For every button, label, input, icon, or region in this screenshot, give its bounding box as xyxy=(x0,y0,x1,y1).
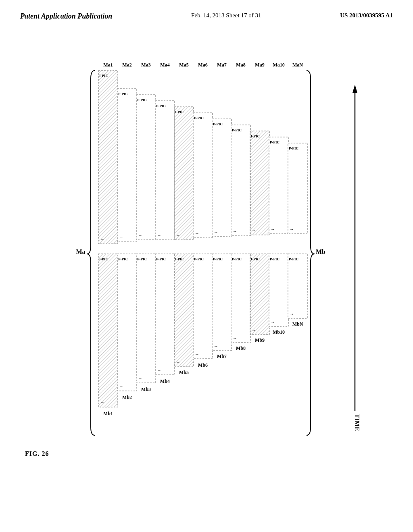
svg-rect-36 xyxy=(155,254,175,375)
diagram-svg: TIME Ma Mb Ma1 I-PIC → I-PIC → Mb1 Ma2 P… xyxy=(24,48,375,504)
publication-title: Patent Application Publication xyxy=(20,12,112,21)
svg-text:TIME: TIME xyxy=(354,414,361,431)
svg-rect-70 xyxy=(231,254,250,343)
svg-text:Ma7: Ma7 xyxy=(217,62,226,68)
svg-text:Mb8: Mb8 xyxy=(236,345,246,351)
svg-text:Mb9: Mb9 xyxy=(255,337,265,343)
svg-text:→: → xyxy=(290,312,294,316)
svg-rect-51 xyxy=(193,113,213,238)
svg-text:Ma5: Ma5 xyxy=(179,62,188,68)
svg-text:Ma2: Ma2 xyxy=(122,62,131,68)
svg-text:Ma3: Ma3 xyxy=(141,62,150,68)
svg-text:P-PIC: P-PIC xyxy=(232,128,242,132)
svg-text:Mb7: Mb7 xyxy=(217,353,227,359)
svg-text:Mb3: Mb3 xyxy=(141,387,151,392)
publication-date-sheet: Feb. 14, 2013 Sheet 17 of 31 xyxy=(191,12,261,19)
svg-rect-17 xyxy=(117,89,137,242)
svg-marker-2 xyxy=(353,85,357,93)
svg-text:P-PIC: P-PIC xyxy=(194,257,204,261)
svg-rect-42 xyxy=(174,107,194,240)
svg-text:I-PIC: I-PIC xyxy=(251,134,260,138)
svg-rect-12 xyxy=(98,254,118,407)
publication-number: US 2013/0039595 A1 xyxy=(340,12,393,19)
svg-rect-93 xyxy=(288,143,307,234)
svg-text:→: → xyxy=(271,320,275,324)
svg-text:→: → xyxy=(214,344,218,349)
svg-text:→: → xyxy=(157,233,161,238)
svg-text:→: → xyxy=(214,230,218,235)
svg-text:I-PIC: I-PIC xyxy=(99,74,108,78)
svg-text:Ma10: Ma10 xyxy=(273,62,284,68)
svg-text:Mb10: Mb10 xyxy=(273,329,285,335)
svg-text:P-PIC: P-PIC xyxy=(270,140,280,144)
svg-text:Ma9: Ma9 xyxy=(255,62,264,68)
svg-text:P-PIC: P-PIC xyxy=(213,122,223,126)
svg-rect-46 xyxy=(174,254,194,367)
svg-text:Mb: Mb xyxy=(316,248,325,255)
svg-text:→: → xyxy=(119,235,123,239)
svg-rect-54 xyxy=(193,254,213,359)
svg-text:Ma1: Ma1 xyxy=(103,62,113,68)
svg-text:Mb5: Mb5 xyxy=(179,370,189,375)
svg-text:Mb2: Mb2 xyxy=(122,395,132,400)
svg-text:→: → xyxy=(195,231,199,236)
svg-text:→: → xyxy=(100,237,104,242)
svg-text:P-PIC: P-PIC xyxy=(137,257,147,261)
svg-rect-28 xyxy=(136,254,156,383)
svg-text:→: → xyxy=(176,233,180,238)
svg-text:I-PIC: I-PIC xyxy=(99,257,108,261)
svg-text:P-PIC: P-PIC xyxy=(156,104,166,108)
svg-text:→: → xyxy=(100,400,104,405)
svg-text:P-PIC: P-PIC xyxy=(289,257,298,261)
svg-text:Ma4: Ma4 xyxy=(160,62,169,68)
svg-rect-62 xyxy=(212,254,232,351)
svg-text:→: → xyxy=(138,233,142,238)
svg-text:Mb1: Mb1 xyxy=(103,411,113,416)
svg-rect-33 xyxy=(155,101,175,240)
svg-text:Mb4: Mb4 xyxy=(160,378,170,384)
svg-text:Ma6: Ma6 xyxy=(198,62,207,68)
svg-text:→: → xyxy=(233,229,237,234)
svg-rect-80 xyxy=(250,254,269,335)
svg-text:P-PIC: P-PIC xyxy=(194,116,204,120)
svg-text:P-PIC: P-PIC xyxy=(137,98,147,102)
svg-rect-76 xyxy=(250,131,269,235)
svg-text:P-PIC: P-PIC xyxy=(270,257,280,261)
svg-rect-59 xyxy=(212,119,232,237)
svg-text:→: → xyxy=(138,376,142,381)
svg-text:Ma: Ma xyxy=(76,248,85,255)
svg-text:P-PIC: P-PIC xyxy=(232,257,242,261)
svg-text:P-PIC: P-PIC xyxy=(289,146,298,150)
svg-text:→: → xyxy=(176,360,180,365)
svg-text:→: → xyxy=(252,328,256,332)
svg-text:P-PIC: P-PIC xyxy=(213,257,223,261)
svg-rect-85 xyxy=(269,137,288,234)
page-header: Patent Application Publication Feb. 14, … xyxy=(0,0,413,25)
svg-text:→: → xyxy=(252,228,256,233)
svg-text:→: → xyxy=(195,352,199,357)
svg-text:P-PIC: P-PIC xyxy=(156,257,166,261)
svg-text:MaN: MaN xyxy=(292,62,303,68)
svg-text:MbN: MbN xyxy=(292,321,303,327)
svg-text:→: → xyxy=(233,336,237,341)
svg-rect-25 xyxy=(136,95,156,240)
svg-text:→: → xyxy=(290,227,294,232)
svg-text:→: → xyxy=(271,227,275,232)
svg-text:P-PIC: P-PIC xyxy=(118,257,128,261)
svg-text:Ma8: Ma8 xyxy=(236,62,245,68)
svg-text:I-PIC: I-PIC xyxy=(175,110,184,114)
svg-text:I-PIC: I-PIC xyxy=(175,257,184,261)
svg-rect-8 xyxy=(98,71,118,244)
svg-rect-67 xyxy=(231,125,250,236)
svg-text:→: → xyxy=(119,384,123,389)
svg-text:→: → xyxy=(157,368,161,373)
svg-rect-20 xyxy=(117,254,137,391)
svg-rect-96 xyxy=(288,254,307,318)
svg-rect-88 xyxy=(269,254,288,326)
svg-text:I-PIC: I-PIC xyxy=(251,257,260,261)
svg-text:P-PIC: P-PIC xyxy=(118,92,128,96)
svg-text:Mb6: Mb6 xyxy=(198,362,208,368)
